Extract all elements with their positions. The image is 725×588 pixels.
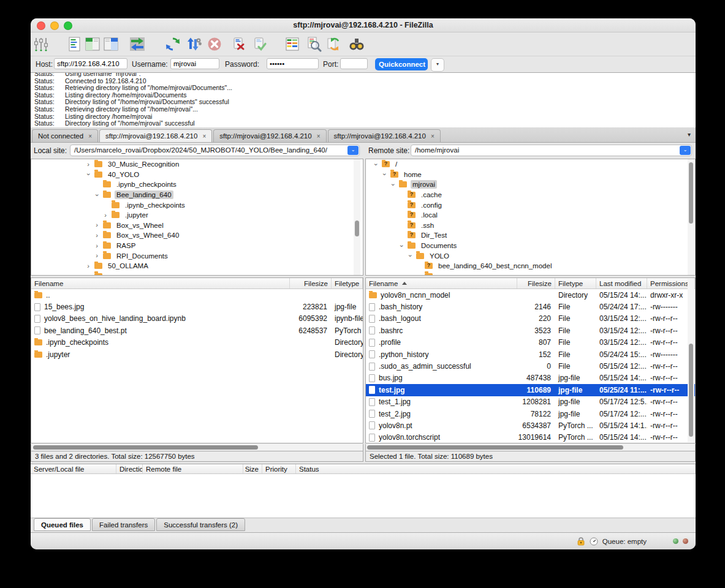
file-row[interactable]: test_2.jpg78122jpg-file05/17/24 12:...-r… [366,408,695,420]
password-input[interactable] [267,58,319,69]
tree-item[interactable]: .cache [366,190,695,200]
file-row[interactable]: .python_history152File05/24/24 15:...-rw… [366,349,695,360]
tree-item[interactable]: ›home [366,170,695,180]
tree-item[interactable]: ›/ [366,159,695,170]
remote-site-combo[interactable]: /home/mjrovai ⌄ [411,145,692,156]
file-row[interactable]: 15_bees.jpg223821jpg-file [31,301,363,312]
file-row[interactable]: .. [31,289,363,301]
tree-item[interactable]: ›mjrovai [366,179,695,190]
port-input[interactable] [340,58,368,69]
file-row[interactable]: bee_landing_640_best.pt6248537PyTorch [31,325,363,336]
remote-column-filetype[interactable]: Filetype [555,278,596,288]
tree-item[interactable]: ›Box_vs_Wheel [31,221,363,231]
directory-comparison-button[interactable] [284,36,301,53]
collapse-arrow-icon[interactable]: › [398,242,405,249]
tree-item[interactable]: ›30_Music_Recognition [31,159,363,170]
synchronized-browsing-button[interactable] [325,36,343,53]
collapse-arrow-icon[interactable]: › [381,171,388,178]
tree-item[interactable]: ›Documents [366,241,695,251]
collapse-arrow-icon[interactable]: › [85,171,92,178]
file-row[interactable]: yolov8n.pt6534387PyTorch ...05/15/24 14:… [366,420,695,431]
tree-item[interactable]: ›50_OLLAMA [31,261,363,271]
file-row[interactable]: bus.jpg487438jpg-file05/15/24 14:...-rw-… [366,372,695,384]
tree-item[interactable]: ›YOLO [366,251,695,261]
tab-close-icon[interactable]: × [317,133,321,140]
expand-arrow-icon[interactable]: › [85,161,92,168]
local-file-list[interactable]: Filename Filesize Filetype ..15_bees.jpg… [31,277,363,443]
local-column-filename[interactable]: Filename [31,278,290,288]
tree-item[interactable]: ›.jupyter [31,210,363,221]
queue-tab[interactable]: Failed transfers [92,518,155,531]
speed-limit-gauge-icon[interactable] [590,537,598,546]
tree-item[interactable]: .local [366,210,695,221]
host-input[interactable] [54,58,127,69]
collapse-arrow-icon[interactable]: › [407,252,414,260]
remote-list-hscrollbar[interactable] [365,444,696,451]
tree-item[interactable]: bee_landing_640_best_ncnn_model [366,261,695,271]
file-row[interactable]: .sudo_as_admin_successful0File05/15/24 1… [366,360,695,372]
file-row[interactable]: yolov8n.torchscript13019614PyTorch ...05… [366,432,695,443]
expand-arrow-icon[interactable]: › [85,263,92,270]
remote-file-list[interactable]: Filename Filesize Filetype Last modified… [365,277,696,443]
collapse-arrow-icon[interactable]: › [390,181,397,188]
username-input[interactable] [170,58,219,69]
queue-column-status[interactable]: Status [296,464,696,473]
local-site-combo[interactable]: /Users/marcelo_rovai/Dropbox/2024/50_MJR… [70,145,360,156]
remote-list-scrollbar[interactable] [688,279,694,442]
tab-overflow-icon[interactable]: ▾ [688,131,691,138]
local-tree-toggle-button[interactable] [84,36,101,53]
queue-column-remote-file[interactable]: Remote file [143,464,243,473]
connection-tab[interactable]: Not connected× [32,129,98,142]
file-row[interactable]: yolov8_bees_on_hive_landing_board.ipynb6… [31,313,363,325]
title-bar[interactable]: sftp://mjrovai@192.168.4.210 - FileZilla [31,18,696,32]
tree-item[interactable]: .config [366,200,695,210]
tree-item[interactable]: .ssh [366,221,695,231]
expand-arrow-icon[interactable]: › [93,252,101,259]
queue-column-direction[interactable]: Direction [116,464,143,473]
file-row[interactable]: test.jpg110689jpg-file05/25/24 11:...-rw… [366,384,695,396]
zoom-window-button[interactable] [64,21,72,30]
tree-item[interactable]: .ipynb_checkpoints [31,179,363,190]
expand-arrow-icon[interactable]: › [93,243,101,249]
tree-item[interactable]: .ipynb_checkpoints [31,200,363,210]
file-row[interactable]: .bash_history2146File05/24/24 17:...-rw-… [366,301,695,312]
reconnect-button[interactable] [251,36,268,53]
file-row[interactable]: .bashrc3523File03/15/24 12:...-rw-r--r-- [366,325,695,336]
message-log[interactable]: Status:Using username "mjrovai".Status:C… [31,72,696,129]
collapse-arrow-icon[interactable]: › [94,191,101,198]
local-site-dropdown-button[interactable]: ⌄ [347,146,359,155]
tree-item[interactable]: ›Bee_landing_640 [31,190,363,200]
remote-directory-tree[interactable]: ›/›home›mjrovai.cache.config.local.sshDi… [365,159,696,276]
remote-column-filesize[interactable]: Filesize [517,278,555,288]
remote-column-filename[interactable]: Filename [366,278,517,288]
connection-tab[interactable]: sftp://mjrovai@192.168.4.210× [328,129,441,142]
local-list-hscrollbar[interactable] [31,444,363,451]
connection-tab[interactable]: sftp://mjrovai@192.168.4.210× [99,129,212,142]
file-row[interactable]: test_1.jpg1208281jpg-file05/17/24 12:5..… [366,396,695,408]
quickconnect-dropdown-button[interactable]: ▾ [431,58,444,72]
connection-tab[interactable]: sftp://mjrovai@192.168.4.210× [213,129,326,142]
refresh-button[interactable] [164,36,181,53]
local-tree-scrollbar[interactable] [354,159,360,275]
message-log-toggle-button[interactable] [66,36,83,53]
file-row[interactable]: .ipynb_checkpointsDirectory [31,337,363,349]
transfer-queue-body[interactable] [31,474,696,518]
tree-item[interactable]: ›RPI_Documents [31,251,363,261]
local-column-filesize[interactable]: Filesize [290,278,332,288]
tree-item[interactable]: Dir_Test [366,230,695,241]
tab-close-icon[interactable]: × [202,133,206,140]
remote-site-dropdown-button[interactable]: ⌄ [680,146,691,155]
expand-arrow-icon[interactable]: › [93,232,101,239]
tree-item[interactable] [31,271,363,276]
lock-icon[interactable] [577,537,585,546]
file-row[interactable]: .jupyterDirectory [31,349,363,360]
queue-column-size[interactable]: Size [243,464,262,473]
file-search-button[interactable] [305,36,322,53]
remote-column-modified[interactable]: Last modified [596,278,647,288]
queue-column-priority[interactable]: Priority [262,464,296,473]
disconnect-button[interactable] [230,36,247,53]
remote-tree-toggle-button[interactable] [102,36,120,53]
expand-arrow-icon[interactable]: › [102,212,109,219]
local-column-filetype[interactable]: Filetype [332,278,363,288]
collapse-arrow-icon[interactable]: › [373,160,379,168]
